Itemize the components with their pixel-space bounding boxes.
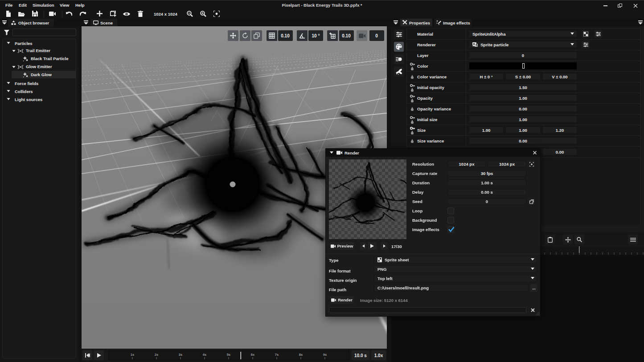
svg-text:4s: 4s (203, 353, 206, 357)
svg-text:5s: 5s (227, 353, 230, 357)
svg-text:2s: 2s (155, 353, 158, 357)
svg-text:3s: 3s (179, 353, 182, 357)
svg-text:6s: 6s (251, 353, 254, 357)
svg-text:7s: 7s (275, 353, 279, 357)
svg-text:8s: 8s (299, 353, 303, 357)
svg-text:1s: 1s (131, 353, 134, 357)
svg-text:9s: 9s (323, 353, 327, 357)
